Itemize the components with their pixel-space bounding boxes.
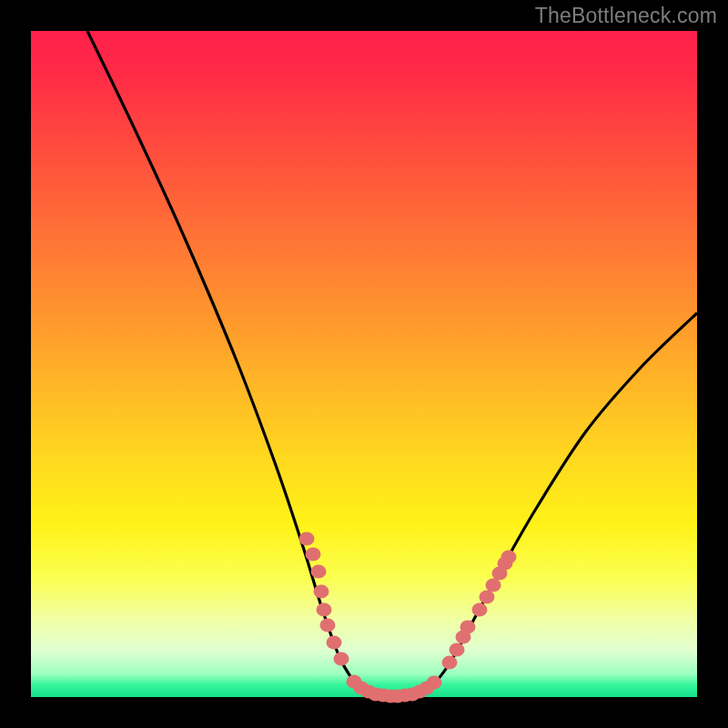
marker-right xyxy=(472,603,488,617)
marker-left xyxy=(320,619,336,632)
chart-frame: TheBottleneck.com xyxy=(0,0,728,728)
marker-right xyxy=(486,579,501,592)
marker-group xyxy=(299,532,517,703)
marker-right xyxy=(460,621,476,634)
plot-area xyxy=(31,31,697,697)
marker-left xyxy=(317,603,332,617)
marker-right xyxy=(450,643,465,657)
marker-left xyxy=(314,585,329,599)
curve-layer xyxy=(31,31,697,697)
watermark-label: TheBottleneck.com xyxy=(535,4,717,28)
marker-left xyxy=(334,652,349,666)
marker-bottom xyxy=(427,676,442,690)
bottleneck-curve xyxy=(87,31,697,697)
marker-right xyxy=(442,656,458,670)
marker-left xyxy=(311,565,327,579)
marker-right xyxy=(480,591,495,604)
marker-left xyxy=(306,548,321,561)
marker-left xyxy=(327,636,342,650)
marker-left xyxy=(299,532,315,546)
marker-right xyxy=(501,551,517,564)
